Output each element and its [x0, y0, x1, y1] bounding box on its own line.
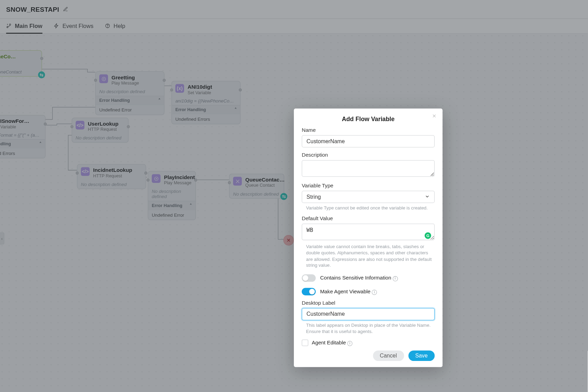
- variable-type-label: Variable Type: [302, 183, 435, 189]
- info-icon[interactable]: i: [372, 290, 377, 295]
- close-icon[interactable]: [430, 112, 438, 120]
- sensitive-label: Contains Sensitive Informationi: [320, 275, 398, 281]
- select-value: String: [307, 194, 321, 200]
- info-icon[interactable]: i: [392, 276, 398, 281]
- name-input[interactable]: [302, 135, 435, 148]
- default-value-hint: Variable value cannot contain line break…: [302, 243, 435, 268]
- chevron-down-icon: [425, 194, 430, 200]
- variable-type-hint: Variable Type cannot be edited once the …: [302, 205, 435, 211]
- variable-type-select[interactable]: String: [302, 191, 435, 203]
- cancel-button[interactable]: Cancel: [373, 351, 404, 361]
- sensitive-toggle[interactable]: [302, 274, 316, 282]
- desktop-label-label: Desktop Label: [302, 300, 435, 306]
- agent-viewable-toggle[interactable]: [302, 288, 316, 295]
- default-value-input[interactable]: [302, 224, 435, 240]
- description-label: Description: [302, 152, 435, 158]
- info-icon[interactable]: i: [347, 341, 352, 346]
- dialog-title: Add Flow Variable: [302, 116, 435, 122]
- desktop-label-input[interactable]: [302, 308, 435, 320]
- default-value-label: Default Value: [302, 215, 435, 222]
- desktop-label-hint: This label appears on Desktop in place o…: [302, 322, 435, 334]
- agent-viewable-label: Make Agent Viewablei: [320, 288, 377, 295]
- description-input[interactable]: [302, 160, 435, 177]
- agent-editable-checkbox[interactable]: [302, 340, 308, 346]
- add-flow-variable-dialog: Add Flow Variable Name Description Varia…: [294, 108, 442, 367]
- name-label: Name: [302, 127, 435, 133]
- agent-editable-label: Agent Editablei: [312, 340, 352, 346]
- save-button[interactable]: Save: [408, 351, 435, 361]
